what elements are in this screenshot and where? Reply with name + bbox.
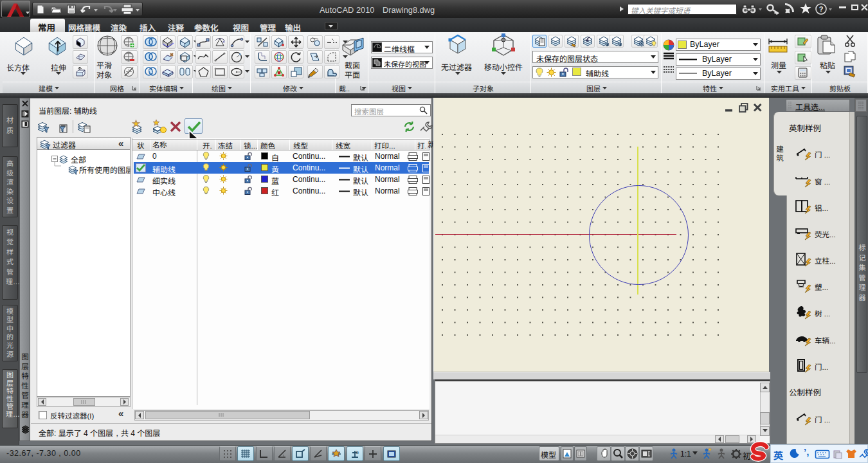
svg-text:b: b bbox=[356, 450, 359, 455]
svg-text:?: ? bbox=[819, 5, 824, 13]
